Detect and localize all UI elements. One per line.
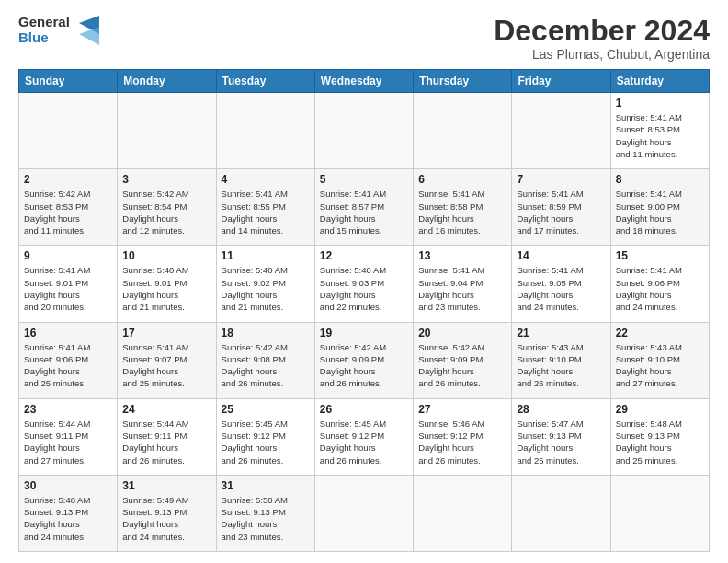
day-info: Sunrise: 5:41 AM Sunset: 9:07 PM Dayligh… — [122, 342, 188, 389]
day-info: Sunrise: 5:41 AM Sunset: 9:06 PM Dayligh… — [616, 265, 682, 312]
day-number: 18 — [222, 327, 310, 339]
cell-2-1: 10 Sunrise: 5:40 AM Sunset: 9:01 PM Dayl… — [118, 246, 216, 322]
day-info: Sunrise: 5:42 AM Sunset: 8:54 PM Dayligh… — [122, 189, 188, 236]
day-number: 31 — [122, 479, 210, 492]
cell-3-6: 22 Sunrise: 5:43 AM Sunset: 9:10 PM Dayl… — [610, 322, 709, 398]
cell-3-0: 16 Sunrise: 5:41 AM Sunset: 9:06 PM Dayl… — [19, 322, 118, 398]
cell-3-3: 19 Sunrise: 5:42 AM Sunset: 9:09 PM Dayl… — [314, 322, 413, 398]
day-info: Sunrise: 5:47 AM Sunset: 9:13 PM Dayligh… — [517, 419, 583, 465]
logo-bird-icon — [79, 16, 99, 45]
day-number: 30 — [24, 479, 112, 492]
page: General Blue December 2024 Las Plumas, C… — [0, 0, 728, 563]
cell-5-5 — [512, 475, 610, 551]
day-number: 24 — [122, 403, 210, 416]
day-info: Sunrise: 5:43 AM Sunset: 9:10 PM Dayligh… — [517, 342, 583, 389]
header-saturday: Saturday — [610, 70, 709, 93]
day-number: 3 — [122, 173, 210, 186]
day-info: Sunrise: 5:40 AM Sunset: 9:03 PM Dayligh… — [320, 265, 386, 312]
day-info: Sunrise: 5:40 AM Sunset: 9:01 PM Dayligh… — [122, 265, 188, 312]
cell-5-2: 31 Sunrise: 5:50 AM Sunset: 9:13 PM Dayl… — [216, 475, 314, 551]
day-number: 2 — [24, 173, 112, 186]
day-number: 14 — [517, 249, 605, 262]
day-info: Sunrise: 5:41 AM Sunset: 8:57 PM Dayligh… — [320, 189, 386, 236]
day-number: 16 — [24, 327, 112, 339]
day-number: 12 — [320, 249, 408, 262]
day-number: 5 — [320, 173, 408, 186]
cell-0-6: 1 Sunrise: 5:41 AM Sunset: 8:53 PM Dayli… — [610, 93, 709, 169]
logo: General Blue — [18, 15, 99, 45]
day-info: Sunrise: 5:42 AM Sunset: 9:08 PM Dayligh… — [222, 342, 288, 389]
cell-2-2: 11 Sunrise: 5:40 AM Sunset: 9:02 PM Dayl… — [216, 246, 314, 322]
day-info: Sunrise: 5:42 AM Sunset: 8:53 PM Dayligh… — [24, 189, 90, 236]
week-row-5: 30 Sunrise: 5:48 AM Sunset: 9:13 PM Dayl… — [19, 475, 710, 551]
week-row-2: 9 Sunrise: 5:41 AM Sunset: 9:01 PM Dayli… — [19, 246, 710, 322]
day-number: 9 — [24, 249, 112, 262]
cell-1-4: 6 Sunrise: 5:41 AM Sunset: 8:58 PM Dayli… — [414, 169, 512, 246]
cell-0-2 — [216, 93, 314, 169]
day-info: Sunrise: 5:41 AM Sunset: 8:55 PM Dayligh… — [222, 189, 288, 236]
header-friday: Friday — [512, 70, 610, 93]
day-number: 31 — [222, 479, 310, 492]
cell-0-4 — [414, 93, 512, 169]
cell-0-0 — [19, 93, 118, 169]
week-row-1: 2 Sunrise: 5:42 AM Sunset: 8:53 PM Dayli… — [19, 169, 710, 246]
day-info: Sunrise: 5:41 AM Sunset: 8:59 PM Dayligh… — [517, 189, 583, 236]
day-info: Sunrise: 5:45 AM Sunset: 9:12 PM Dayligh… — [320, 419, 386, 465]
week-row-0: 1 Sunrise: 5:41 AM Sunset: 8:53 PM Dayli… — [19, 93, 710, 169]
day-number: 23 — [24, 403, 112, 416]
cell-1-2: 4 Sunrise: 5:41 AM Sunset: 8:55 PM Dayli… — [216, 169, 314, 246]
day-number: 10 — [122, 249, 210, 262]
day-number: 7 — [517, 173, 605, 186]
cell-3-5: 21 Sunrise: 5:43 AM Sunset: 9:10 PM Dayl… — [512, 322, 610, 398]
cell-0-3 — [314, 93, 413, 169]
logo-blue-text: Blue — [18, 30, 70, 46]
cell-5-6 — [610, 475, 709, 551]
day-number: 28 — [517, 403, 605, 416]
cell-4-4: 27 Sunrise: 5:46 AM Sunset: 9:12 PM Dayl… — [414, 398, 512, 475]
cell-4-1: 24 Sunrise: 5:44 AM Sunset: 9:11 PM Dayl… — [118, 398, 216, 475]
day-number: 11 — [222, 249, 310, 262]
day-number: 26 — [320, 403, 408, 416]
title-area: December 2024 Las Plumas, Chubut, Argent… — [494, 15, 710, 62]
day-number: 25 — [222, 403, 310, 416]
cell-2-0: 9 Sunrise: 5:41 AM Sunset: 9:01 PM Dayli… — [19, 246, 118, 322]
cell-2-6: 15 Sunrise: 5:41 AM Sunset: 9:06 PM Dayl… — [610, 246, 709, 322]
cell-1-3: 5 Sunrise: 5:41 AM Sunset: 8:57 PM Dayli… — [314, 169, 413, 246]
cell-4-5: 28 Sunrise: 5:47 AM Sunset: 9:13 PM Dayl… — [512, 398, 610, 475]
day-info: Sunrise: 5:41 AM Sunset: 9:00 PM Dayligh… — [616, 189, 682, 236]
cell-3-4: 20 Sunrise: 5:42 AM Sunset: 9:09 PM Dayl… — [414, 322, 512, 398]
day-info: Sunrise: 5:41 AM Sunset: 9:04 PM Dayligh… — [418, 265, 484, 312]
day-info: Sunrise: 5:49 AM Sunset: 9:13 PM Dayligh… — [122, 495, 188, 542]
day-number: 17 — [122, 327, 210, 339]
day-number: 21 — [517, 327, 605, 339]
day-number: 22 — [616, 327, 704, 339]
cell-1-0: 2 Sunrise: 5:42 AM Sunset: 8:53 PM Dayli… — [19, 169, 118, 246]
header-wednesday: Wednesday — [314, 70, 413, 93]
main-title: December 2024 — [494, 15, 710, 47]
subtitle: Las Plumas, Chubut, Argentina — [494, 47, 710, 62]
header-tuesday: Tuesday — [216, 70, 314, 93]
cell-3-2: 18 Sunrise: 5:42 AM Sunset: 9:08 PM Dayl… — [216, 322, 314, 398]
svg-marker-1 — [79, 27, 99, 45]
header: General Blue December 2024 Las Plumas, C… — [18, 15, 710, 62]
cell-5-4 — [414, 475, 512, 551]
day-info: Sunrise: 5:42 AM Sunset: 9:09 PM Dayligh… — [418, 342, 484, 389]
cell-5-0: 30 Sunrise: 5:48 AM Sunset: 9:13 PM Dayl… — [19, 475, 118, 551]
day-info: Sunrise: 5:42 AM Sunset: 9:09 PM Dayligh… — [320, 342, 386, 389]
day-info: Sunrise: 5:44 AM Sunset: 9:11 PM Dayligh… — [122, 419, 188, 465]
day-number: 29 — [616, 403, 704, 416]
logo-general-text: General — [18, 15, 70, 30]
day-info: Sunrise: 5:41 AM Sunset: 8:53 PM Dayligh… — [616, 112, 682, 159]
cell-5-1: 31 Sunrise: 5:49 AM Sunset: 9:13 PM Dayl… — [118, 475, 216, 551]
cell-4-6: 29 Sunrise: 5:48 AM Sunset: 9:13 PM Dayl… — [610, 398, 709, 475]
cell-5-3 — [314, 475, 413, 551]
day-number: 15 — [616, 249, 704, 262]
cell-1-6: 8 Sunrise: 5:41 AM Sunset: 9:00 PM Dayli… — [610, 169, 709, 246]
day-info: Sunrise: 5:41 AM Sunset: 9:05 PM Dayligh… — [517, 265, 583, 312]
day-info: Sunrise: 5:41 AM Sunset: 8:58 PM Dayligh… — [418, 189, 484, 236]
day-info: Sunrise: 5:48 AM Sunset: 9:13 PM Dayligh… — [616, 419, 682, 465]
header-monday: Monday — [118, 70, 216, 93]
day-number: 27 — [418, 403, 506, 416]
cell-2-4: 13 Sunrise: 5:41 AM Sunset: 9:04 PM Dayl… — [414, 246, 512, 322]
week-row-4: 23 Sunrise: 5:44 AM Sunset: 9:11 PM Dayl… — [19, 398, 710, 475]
